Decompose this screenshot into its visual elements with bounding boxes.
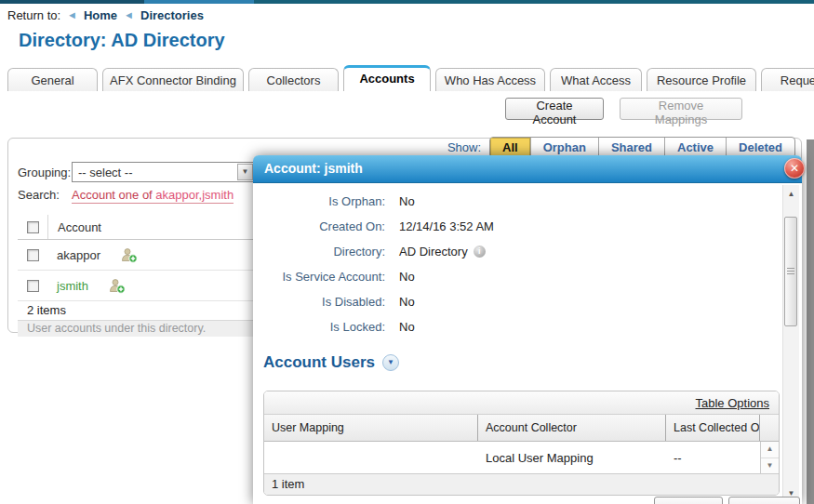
back-arrow-icon: ◄	[67, 10, 77, 20]
tab-request[interactable]: Request	[761, 68, 814, 91]
field-row: Directory: AD Directoryi	[253, 239, 494, 264]
row-checkbox[interactable]	[27, 249, 39, 261]
filter-orphan[interactable]: Orphan	[530, 138, 598, 157]
account-users-section-header: Account Users ▼	[263, 353, 399, 372]
dialog-titlebar[interactable]: Account: jsmith ✕	[253, 155, 802, 183]
tab-bar: General AFX Connector Binding Collectors…	[7, 65, 814, 91]
add-user-mapping-icon[interactable]	[121, 247, 138, 263]
last-collected-on-cell: --	[666, 451, 760, 465]
field-row: Created On: 12/14/16 3:52 AM	[253, 214, 494, 239]
search-label: Search:	[18, 188, 72, 202]
back-arrow-icon: ◄	[124, 10, 134, 20]
filter-shared[interactable]: Shared	[598, 138, 664, 157]
scroll-down-icon[interactable]: ▼	[761, 458, 779, 474]
dialog-footer-button-partial[interactable]	[728, 497, 800, 504]
remove-mappings-button[interactable]: Remove Mappings	[620, 98, 742, 120]
info-icon[interactable]: i	[474, 245, 486, 258]
top-accent-bar	[0, 0, 814, 4]
scroll-up-icon[interactable]: ▲	[783, 187, 799, 202]
tab-resource-profile[interactable]: Resource Profile	[647, 68, 756, 91]
tab-collectors[interactable]: Collectors	[248, 68, 339, 91]
field-value: No	[399, 295, 415, 309]
grouping-label: Grouping:	[18, 166, 72, 179]
table-toolbar: Table Options	[264, 391, 779, 415]
field-row: Is Disabled: No	[253, 289, 494, 314]
dialog-scrollbar[interactable]: ▲ ▼	[782, 185, 799, 504]
show-label: Show:	[447, 140, 481, 154]
search-row: Search: Account one of akappor,jsmith	[18, 188, 234, 204]
search-criteria-link[interactable]: Account one of akappor,jsmith	[72, 188, 234, 204]
breadcrumb-home[interactable]: Home	[84, 8, 117, 22]
page-title: Directory: AD Directory	[19, 30, 225, 51]
field-row: Is Orphan: No	[253, 189, 494, 214]
account-details-dialog: Account: jsmith ✕ Is Orphan: No Created …	[253, 155, 802, 504]
dialog-title: Account: jsmith	[264, 155, 363, 182]
item-count: 1 item	[264, 474, 779, 495]
column-header-spacer	[760, 415, 779, 441]
field-value: No	[399, 320, 415, 334]
add-user-mapping-icon[interactable]	[109, 278, 126, 294]
app-window: Return to: ◄ Home ◄ Directories Director…	[0, 0, 814, 504]
search-criteria-prefix: Account one of	[72, 188, 155, 202]
account-column-header[interactable]: Account	[58, 220, 101, 234]
field-label: Created On:	[253, 219, 385, 233]
field-value: 12/14/16 3:52 AM	[399, 219, 494, 233]
chevron-down-icon[interactable]: ▼	[382, 354, 399, 371]
grouping-selected-value: -- select --	[78, 166, 133, 179]
chevron-down-icon[interactable]: ▼	[237, 164, 253, 180]
column-header-account-collector[interactable]: Account Collector	[478, 415, 666, 441]
table-row: Local User Mapping -- ▲ ▼	[264, 442, 779, 474]
account-collector-cell: Local User Mapping	[478, 451, 666, 465]
table-options-link[interactable]: Table Options	[696, 396, 770, 410]
account-link[interactable]: jsmith	[57, 279, 88, 293]
inner-scrollbar: ▲ ▼	[760, 442, 779, 473]
dialog-footer-button-partial[interactable]	[654, 497, 723, 504]
account-link[interactable]: akappor	[57, 248, 100, 262]
return-to-label: Return to:	[7, 8, 60, 22]
section-title: Account Users	[263, 353, 375, 372]
field-value: No	[399, 194, 415, 208]
column-header-user-mapping[interactable]: User Mapping	[264, 415, 478, 441]
filter-active[interactable]: Active	[664, 138, 726, 157]
tab-afx-connector-binding[interactable]: AFX Connector Binding	[102, 68, 244, 91]
tab-accounts[interactable]: Accounts	[343, 65, 431, 91]
select-all-checkbox[interactable]	[27, 221, 39, 233]
users-table-header: User Mapping Account Collector Last Coll…	[264, 415, 779, 442]
scrollbar-thumb[interactable]	[784, 217, 797, 326]
tab-who-has-access[interactable]: Who Has Access	[435, 68, 545, 91]
account-detail-fields: Is Orphan: No Created On: 12/14/16 3:52 …	[253, 189, 494, 339]
grouping-row: Grouping: -- select -- ▼	[18, 162, 256, 182]
grip-icon	[787, 268, 794, 275]
search-criteria-terms: akappor,jsmith	[155, 188, 234, 202]
create-account-button[interactable]: Create Account	[505, 98, 604, 120]
field-row: Is Service Account: No	[253, 264, 494, 289]
filter-all[interactable]: All	[490, 138, 530, 157]
field-value: No	[399, 270, 415, 284]
row-checkbox[interactable]	[27, 280, 39, 292]
field-value: AD Directory	[399, 245, 468, 259]
field-label: Is Service Account:	[253, 270, 385, 284]
breadcrumb: Return to: ◄ Home ◄ Directories	[7, 8, 204, 22]
column-header-last-collected-on[interactable]: Last Collected On	[666, 415, 760, 441]
page-edge-strip	[807, 139, 814, 504]
tab-general[interactable]: General	[7, 68, 98, 91]
scroll-up-icon[interactable]: ▲	[761, 442, 779, 458]
breadcrumb-directories[interactable]: Directories	[140, 8, 204, 22]
close-icon[interactable]: ✕	[784, 158, 805, 179]
filter-deleted[interactable]: Deleted	[726, 138, 794, 157]
grouping-select[interactable]: -- select -- ▼	[72, 162, 256, 182]
field-label: Is Disabled:	[253, 295, 385, 309]
tab-what-access[interactable]: What Access	[550, 68, 642, 91]
account-users-table: Table Options User Mapping Account Colle…	[263, 391, 780, 496]
field-row: Is Locked: No	[253, 314, 494, 339]
field-label: Directory:	[253, 245, 385, 259]
field-label: Is Locked:	[253, 320, 385, 334]
field-label: Is Orphan:	[253, 194, 385, 208]
